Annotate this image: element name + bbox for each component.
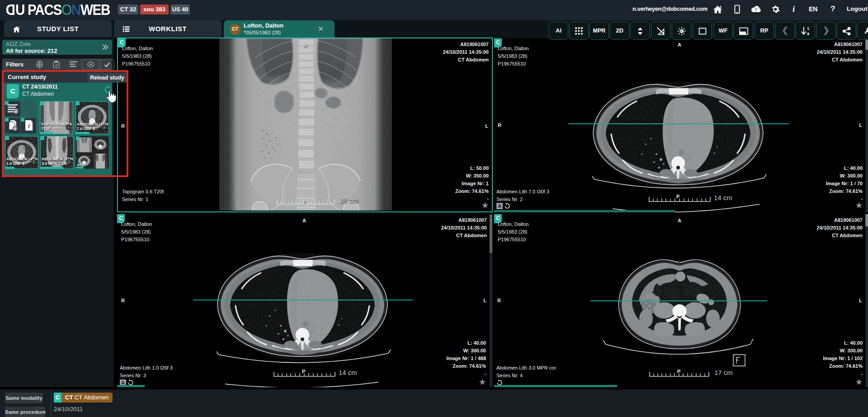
svg-text:1: 1	[807, 26, 809, 31]
svg-text:0: 0	[14, 127, 16, 131]
svg-text:9: 9	[807, 32, 809, 36]
svg-text:i: i	[28, 122, 30, 129]
